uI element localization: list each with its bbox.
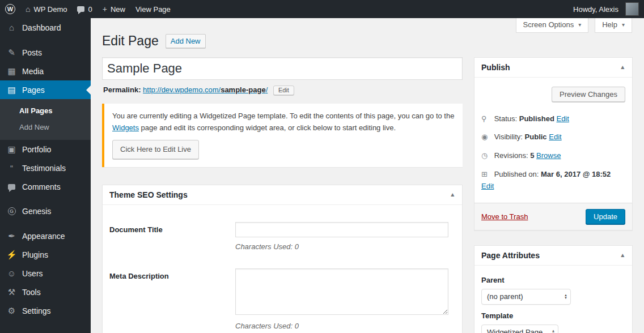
publish-box: Publish ▴ Preview Changes ⚲ Status: Publ… [474, 57, 633, 230]
screen-options-button[interactable]: Screen Options ▾ [516, 18, 589, 33]
seo-box-body: Document Title Characters Used: 0 Meta D… [103, 205, 462, 333]
sidebar-item-media[interactable]: ▦ Media [0, 62, 91, 80]
document-title-char-count: Characters Used: 0 [235, 242, 448, 251]
edit-published-date-link[interactable]: Edit [481, 182, 494, 190]
publish-box-header[interactable]: Publish ▴ [474, 58, 632, 78]
pin-icon: ⚲ [481, 113, 492, 125]
edit-visibility-link[interactable]: Edit [549, 133, 561, 141]
meta-description-label: Meta Description [109, 268, 235, 280]
sidebar-item-pages[interactable]: ▤ Pages [0, 80, 91, 99]
permalink-label: Permalink: [103, 86, 141, 94]
status-row: ⚲ Status: Published Edit [481, 110, 625, 129]
portfolio-icon: ▣ [6, 144, 17, 154]
tools-icon: ⚒ [6, 287, 17, 297]
publish-box-body: Preview Changes ⚲ Status: Published Edit… [474, 78, 632, 196]
sidebar-item-label: Dashboard [22, 23, 61, 32]
page-attributes-body: Parent (no parent) ▲ ▼ Template Widgetiz… [474, 266, 632, 333]
sidebar-item-portfolio[interactable]: ▣ Portfolio [0, 140, 91, 159]
view-page-label: View Page [135, 5, 171, 14]
permalink-slug: sample-page [221, 86, 265, 94]
pages-icon: ▤ [6, 85, 17, 95]
sidebar-item-appearance[interactable]: ✒ Appearance [0, 227, 91, 245]
published-on-label: Published on: [494, 170, 539, 178]
permalink-row: Permalink: http://dev.wpdemo.com/sample-… [103, 86, 463, 95]
page-attributes-header[interactable]: Page Attributes ▴ [474, 246, 632, 266]
template-select[interactable]: Widgetized Page ▲ ▼ [481, 325, 558, 333]
visibility-label: Visibility: [494, 133, 523, 141]
sidebar-subitem-all-pages[interactable]: All Pages [0, 103, 91, 119]
page-heading: Edit Page Add New [102, 33, 633, 49]
new-content-menu[interactable]: + New [98, 0, 130, 18]
view-page-link[interactable]: View Page [130, 0, 176, 18]
revisions-row: ◷ Revisions: 5 Browse [481, 147, 625, 165]
sidebar: ⌂ Dashboard ✎ Posts ▦ Media ▤ Pages All … [0, 18, 91, 333]
add-new-button[interactable]: Add New [166, 34, 206, 48]
collapse-toggle-icon[interactable]: ▴ [450, 191, 455, 198]
wordpress-logo-icon: W [5, 4, 15, 14]
sidebar-item-label: Users [22, 269, 43, 278]
sidebar-item-label: Comments [22, 182, 61, 191]
widgets-link[interactable]: Widgets [112, 123, 139, 132]
sidebar-item-plugins[interactable]: ⚡ Plugins [0, 245, 91, 264]
update-button[interactable]: Update [586, 209, 625, 224]
move-to-trash-link[interactable]: Move to Trash [481, 212, 528, 221]
site-name-label: WP Demo [33, 5, 67, 14]
site-name-link[interactable]: ⌂ WP Demo [20, 0, 72, 18]
publish-box-title: Publish [481, 63, 510, 72]
content-area: Screen Options ▾ Help ▾ Edit Page Add Ne… [91, 18, 644, 333]
parent-select[interactable]: (no parent) ▲ ▼ [481, 289, 571, 305]
browse-revisions-link[interactable]: Browse [536, 151, 561, 160]
posts-icon: ✎ [6, 48, 17, 57]
screen-meta-links: Screen Options ▾ Help ▾ [516, 18, 632, 33]
seo-box-header[interactable]: Theme SEO Settings ▴ [103, 185, 462, 205]
page-attributes-box: Page Attributes ▴ Parent (no parent) ▲ ▼… [474, 245, 633, 333]
preview-changes-button[interactable]: Preview Changes [552, 87, 625, 102]
comments-icon [6, 182, 17, 191]
status-label: Status: [494, 114, 517, 123]
genesis-icon: G [6, 207, 17, 215]
meta-description-char-count: Characters Used: 0 [235, 322, 448, 330]
chevron-down-icon: ▾ [578, 22, 581, 28]
document-title-input[interactable] [235, 222, 448, 237]
sidebar-item-comments[interactable]: Comments [0, 177, 91, 196]
clock-icon: ◷ [481, 150, 492, 162]
wordpress-menu-button[interactable]: W [0, 0, 20, 18]
sidebar-separator [0, 220, 91, 227]
comments-bubble-icon [77, 5, 84, 14]
permalink-link[interactable]: http://dev.wpdemo.com/sample-page/ [143, 86, 268, 94]
comments-admin-bar-link[interactable]: 0 [72, 0, 97, 18]
sidebar-item-label: Genesis [22, 207, 51, 216]
sidebar-separator [0, 37, 91, 43]
edit-permalink-button[interactable]: Edit [273, 86, 294, 95]
sidebar-item-dashboard[interactable]: ⌂ Dashboard [0, 18, 91, 37]
notice-text: You are currently editing a Widgetized P… [112, 110, 455, 134]
page-title-input[interactable] [102, 57, 463, 80]
sidebar-item-genesis[interactable]: G Genesis [0, 202, 91, 220]
editor-column: Permalink: http://dev.wpdemo.com/sample-… [102, 57, 463, 333]
sidebar-item-users[interactable]: ☺ Users [0, 264, 91, 283]
edit-live-button[interactable]: Cick Here to Edit Live [112, 140, 199, 159]
sidebar-separator [0, 196, 91, 202]
theme-seo-settings-box: Theme SEO Settings ▴ Document Title Char… [102, 185, 463, 333]
home-icon: ⌂ [26, 5, 30, 14]
edit-status-link[interactable]: Edit [556, 114, 569, 123]
meta-description-textarea[interactable] [235, 268, 448, 315]
sidebar-subitem-add-new[interactable]: Add New [0, 119, 91, 135]
media-icon: ▦ [6, 66, 17, 76]
chevron-down-icon: ▾ [622, 22, 625, 28]
select-stepper-icon: ▲ ▼ [564, 294, 567, 300]
help-button[interactable]: Help ▾ [595, 18, 632, 33]
sidebar-item-label: Media [22, 67, 44, 76]
collapse-toggle-icon[interactable]: ▴ [620, 251, 625, 259]
collapse-toggle-icon[interactable]: ▴ [620, 63, 625, 71]
page-title: Edit Page [102, 33, 159, 49]
my-account-menu[interactable]: Howdy, Alexis [568, 0, 644, 18]
sidebar-item-tools[interactable]: ⚒ Tools [0, 283, 91, 301]
sidebar-item-testimonials[interactable]: “ Testimonials [0, 159, 91, 177]
plus-icon: + [103, 5, 107, 14]
eye-icon: ◉ [481, 131, 492, 143]
sidebar-item-posts[interactable]: ✎ Posts [0, 43, 91, 62]
admin-bar-right: Howdy, Alexis [568, 0, 644, 18]
sidebar-item-settings[interactable]: ⚙ Settings [0, 301, 91, 320]
revisions-value: 5 [530, 151, 534, 160]
